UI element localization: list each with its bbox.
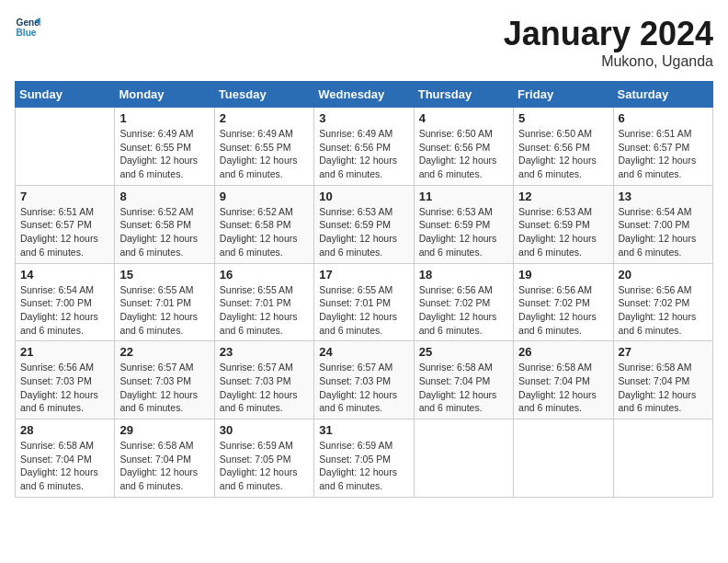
day-info: Sunrise: 6:51 AM Sunset: 6:57 PM Dayligh… [20,205,109,259]
day-info: Sunrise: 6:57 AM Sunset: 7:03 PM Dayligh… [319,361,408,415]
calendar-cell [514,419,613,498]
svg-text:General: General [17,17,40,28]
calendar-cell: 5Sunrise: 6:50 AM Sunset: 6:56 PM Daylig… [514,108,613,186]
day-info: Sunrise: 6:49 AM Sunset: 6:56 PM Dayligh… [319,127,408,181]
calendar-cell [16,108,115,186]
day-number: 3 [319,111,408,125]
logo: General Blue [15,15,40,40]
calendar-day-header: Tuesday [214,82,313,108]
calendar-cell: 26Sunrise: 6:58 AM Sunset: 7:04 PM Dayli… [514,341,613,419]
svg-text:Blue: Blue [17,28,37,38]
day-info: Sunrise: 6:51 AM Sunset: 6:57 PM Dayligh… [619,127,708,181]
calendar-cell: 18Sunrise: 6:56 AM Sunset: 7:02 PM Dayli… [414,263,513,341]
day-number: 5 [518,111,608,125]
calendar-cell: 28Sunrise: 6:58 AM Sunset: 7:04 PM Dayli… [16,419,115,498]
calendar-table: SundayMondayTuesdayWednesdayThursdayFrid… [15,81,713,498]
day-number: 1 [119,111,209,125]
calendar-cell: 13Sunrise: 6:54 AM Sunset: 7:00 PM Dayli… [613,185,712,263]
calendar-cell: 4Sunrise: 6:50 AM Sunset: 6:56 PM Daylig… [414,108,513,186]
day-number: 10 [319,190,408,203]
calendar-day-header: Wednesday [314,82,414,108]
day-number: 18 [419,268,508,282]
day-info: Sunrise: 6:56 AM Sunset: 7:02 PM Dayligh… [419,283,508,338]
day-number: 22 [119,345,209,359]
calendar-cell: 11Sunrise: 6:53 AM Sunset: 6:59 PM Dayli… [414,185,513,263]
page-header: General Blue January 2024 Mukono, Uganda [15,15,713,70]
day-number: 7 [20,190,109,203]
calendar-cell: 3Sunrise: 6:49 AM Sunset: 6:56 PM Daylig… [314,108,414,186]
day-info: Sunrise: 6:49 AM Sunset: 6:55 PM Dayligh… [119,127,209,181]
calendar-cell: 16Sunrise: 6:55 AM Sunset: 7:01 PM Dayli… [214,263,313,341]
day-info: Sunrise: 6:53 AM Sunset: 6:59 PM Dayligh… [419,205,508,259]
day-info: Sunrise: 6:53 AM Sunset: 6:59 PM Dayligh… [319,205,408,259]
day-number: 27 [619,345,708,359]
day-info: Sunrise: 6:58 AM Sunset: 7:04 PM Dayligh… [518,361,608,415]
day-number: 13 [619,190,708,203]
calendar-cell: 30Sunrise: 6:59 AM Sunset: 7:05 PM Dayli… [214,419,313,498]
calendar-week-row: 21Sunrise: 6:56 AM Sunset: 7:03 PM Dayli… [16,341,713,419]
day-number: 29 [119,423,209,437]
day-info: Sunrise: 6:55 AM Sunset: 7:01 PM Dayligh… [220,283,309,338]
calendar-cell: 2Sunrise: 6:49 AM Sunset: 6:55 PM Daylig… [214,108,313,186]
day-number: 28 [20,423,109,437]
calendar-cell: 15Sunrise: 6:55 AM Sunset: 7:01 PM Dayli… [115,263,214,341]
day-info: Sunrise: 6:54 AM Sunset: 7:00 PM Dayligh… [20,283,109,338]
calendar-cell: 8Sunrise: 6:52 AM Sunset: 6:58 PM Daylig… [115,185,214,263]
calendar-body: 1Sunrise: 6:49 AM Sunset: 6:55 PM Daylig… [16,108,713,498]
day-info: Sunrise: 6:58 AM Sunset: 7:04 PM Dayligh… [20,439,109,493]
calendar-cell: 6Sunrise: 6:51 AM Sunset: 6:57 PM Daylig… [613,108,712,186]
calendar-day-header: Sunday [16,82,115,108]
calendar-week-row: 14Sunrise: 6:54 AM Sunset: 7:00 PM Dayli… [16,263,713,341]
day-number: 16 [220,268,309,282]
day-info: Sunrise: 6:49 AM Sunset: 6:55 PM Dayligh… [220,127,309,181]
calendar-cell: 7Sunrise: 6:51 AM Sunset: 6:57 PM Daylig… [16,185,115,263]
day-info: Sunrise: 6:56 AM Sunset: 7:03 PM Dayligh… [20,361,109,415]
day-number: 6 [619,111,708,125]
calendar-cell: 31Sunrise: 6:59 AM Sunset: 7:05 PM Dayli… [314,419,414,498]
calendar-week-row: 28Sunrise: 6:58 AM Sunset: 7:04 PM Dayli… [16,419,713,498]
day-info: Sunrise: 6:54 AM Sunset: 7:00 PM Dayligh… [619,205,708,259]
day-info: Sunrise: 6:58 AM Sunset: 7:04 PM Dayligh… [419,361,508,415]
day-number: 15 [119,268,209,282]
calendar-day-header: Thursday [414,82,513,108]
day-info: Sunrise: 6:50 AM Sunset: 6:56 PM Dayligh… [419,127,508,181]
day-info: Sunrise: 6:59 AM Sunset: 7:05 PM Dayligh… [319,439,408,493]
logo-icon: General Blue [15,15,40,40]
day-number: 14 [20,268,109,282]
calendar-title: January 2024 [504,15,713,53]
calendar-cell: 19Sunrise: 6:56 AM Sunset: 7:02 PM Dayli… [514,263,613,341]
calendar-cell: 21Sunrise: 6:56 AM Sunset: 7:03 PM Dayli… [16,341,115,419]
calendar-cell: 12Sunrise: 6:53 AM Sunset: 6:59 PM Dayli… [514,185,613,263]
calendar-cell: 29Sunrise: 6:58 AM Sunset: 7:04 PM Dayli… [115,419,214,498]
calendar-header-row: SundayMondayTuesdayWednesdayThursdayFrid… [16,82,713,108]
day-info: Sunrise: 6:58 AM Sunset: 7:04 PM Dayligh… [119,439,209,493]
calendar-cell [613,419,712,498]
day-info: Sunrise: 6:56 AM Sunset: 7:02 PM Dayligh… [518,283,608,338]
calendar-cell: 17Sunrise: 6:55 AM Sunset: 7:01 PM Dayli… [314,263,414,341]
day-info: Sunrise: 6:52 AM Sunset: 6:58 PM Dayligh… [119,205,209,259]
day-number: 8 [119,190,209,203]
calendar-cell: 9Sunrise: 6:52 AM Sunset: 6:58 PM Daylig… [214,185,313,263]
calendar-cell: 25Sunrise: 6:58 AM Sunset: 7:04 PM Dayli… [414,341,513,419]
calendar-subtitle: Mukono, Uganda [504,53,713,70]
day-number: 26 [518,345,608,359]
day-info: Sunrise: 6:55 AM Sunset: 7:01 PM Dayligh… [119,283,209,338]
calendar-day-header: Monday [115,82,214,108]
day-info: Sunrise: 6:57 AM Sunset: 7:03 PM Dayligh… [220,361,309,415]
calendar-cell: 1Sunrise: 6:49 AM Sunset: 6:55 PM Daylig… [115,108,214,186]
calendar-cell: 20Sunrise: 6:56 AM Sunset: 7:02 PM Dayli… [613,263,712,341]
day-info: Sunrise: 6:56 AM Sunset: 7:02 PM Dayligh… [619,283,708,338]
day-number: 30 [220,423,309,437]
day-number: 24 [319,345,408,359]
calendar-week-row: 1Sunrise: 6:49 AM Sunset: 6:55 PM Daylig… [16,108,713,186]
calendar-cell: 10Sunrise: 6:53 AM Sunset: 6:59 PM Dayli… [314,185,414,263]
day-number: 17 [319,268,408,282]
day-info: Sunrise: 6:58 AM Sunset: 7:04 PM Dayligh… [619,361,708,415]
day-number: 20 [619,268,708,282]
day-number: 11 [419,190,508,203]
day-info: Sunrise: 6:53 AM Sunset: 6:59 PM Dayligh… [518,205,608,259]
day-number: 2 [220,111,309,125]
day-number: 21 [20,345,109,359]
calendar-day-header: Saturday [613,82,712,108]
day-number: 12 [518,190,608,203]
